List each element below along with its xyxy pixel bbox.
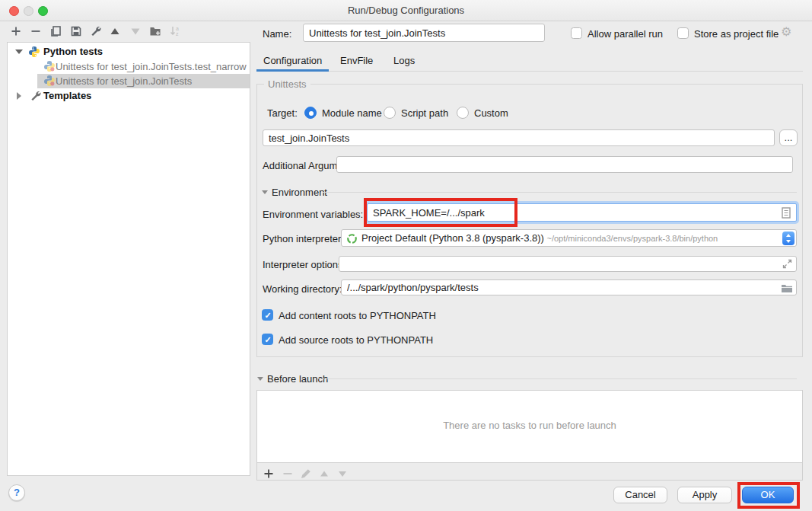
help-button[interactable]: ? — [8, 484, 25, 501]
environment-variables-value: SPARK_HOME=/.../spark — [373, 207, 485, 219]
edit-task-icon — [300, 468, 312, 480]
browse-button[interactable]: ... — [779, 129, 798, 146]
radio-script-path[interactable] — [384, 107, 396, 119]
before-launch-empty-text: There are no tasks to run before launch — [257, 420, 802, 431]
before-launch-task-list[interactable]: There are no tasks to run before launch — [257, 391, 802, 463]
edit-templates-icon[interactable] — [90, 25, 102, 37]
new-folder-icon[interactable] — [149, 25, 161, 37]
environment-variables-label: Environment variables: — [263, 209, 363, 220]
python-test-icon — [43, 75, 56, 87]
configurations-tree: Python tests Unittests for test_join.Joi… — [7, 42, 250, 476]
add-source-roots-label: Add source roots to PYTHONPATH — [279, 334, 433, 346]
store-as-project-file-checkbox[interactable] — [677, 27, 689, 39]
environment-header-line — [323, 192, 797, 193]
radio-module-name-label: Module name — [322, 107, 382, 119]
svg-text:z: z — [176, 31, 179, 37]
add-source-roots-checkbox[interactable] — [262, 334, 273, 345]
module-name-input[interactable] — [263, 129, 775, 146]
window-title: Run/Debug Configurations — [0, 5, 812, 16]
copy-icon[interactable] — [49, 25, 62, 37]
interpreter-options-label: Interpreter options: — [263, 259, 345, 270]
move-up-icon[interactable] — [109, 25, 121, 37]
radio-custom[interactable] — [457, 107, 469, 119]
name-input[interactable] — [303, 24, 545, 42]
tree-item-label: Python tests — [43, 46, 103, 57]
python-interpreter-label: Python interpreter: — [263, 233, 344, 244]
python-icon — [28, 46, 40, 58]
before-launch-collapse-icon[interactable] — [257, 377, 263, 381]
remove-icon[interactable] — [30, 25, 42, 37]
active-tab-underline — [256, 69, 329, 72]
tree-item-label: Unittests for test_join.JoinTests — [56, 75, 192, 87]
python-interpreter-value: Project Default (Python 3.8 (pyspark-3.8… — [361, 232, 544, 244]
move-down-icon — [129, 25, 142, 37]
gear-icon[interactable]: ⚙ — [781, 24, 791, 39]
python-interpreter-path: ~/opt/miniconda3/envs/pyspark-3.8/bin/py… — [547, 234, 718, 243]
environment-header: Environment — [272, 187, 327, 198]
before-launch-header-line — [318, 378, 797, 379]
working-directory-input[interactable] — [341, 279, 797, 295]
before-launch-panel: There are no tasks to run before launch — [256, 390, 803, 481]
collapse-caret-icon[interactable] — [15, 50, 23, 54]
python-interpreter-select[interactable]: Project Default (Python 3.8 (pyspark-3.8… — [341, 229, 797, 247]
ok-button[interactable]: OK — [742, 487, 794, 503]
tree-item-unittests-jointests[interactable]: Unittests for test_join.JoinTests — [8, 74, 250, 88]
radio-script-path-label: Script path — [401, 107, 448, 119]
run-debug-configurations-dialog: Run/Debug Configurations az Python tests — [0, 0, 812, 511]
radio-custom-label: Custom — [474, 107, 508, 119]
add-content-roots-label: Add content roots to PYTHONPATH — [279, 310, 436, 321]
additional-arguments-input[interactable] — [336, 156, 793, 173]
tree-item-templates[interactable]: Templates — [8, 88, 250, 104]
templates-wrench-icon — [30, 90, 42, 102]
sort-alphabetically-icon: az — [169, 25, 181, 37]
add-content-roots-checkbox[interactable] — [262, 309, 273, 321]
select-stepper-icon[interactable] — [782, 232, 794, 245]
add-task-icon[interactable] — [263, 468, 275, 480]
expand-editor-icon[interactable] — [782, 259, 792, 269]
title-bar: Run/Debug Configurations — [0, 0, 812, 21]
save-icon[interactable] — [70, 25, 82, 37]
target-label: Target: — [267, 107, 298, 119]
radio-module-name[interactable] — [304, 107, 317, 119]
allow-parallel-run-checkbox[interactable] — [571, 27, 582, 39]
tree-item-unittests-test-narrow[interactable]: Unittests for test_join.JoinTests.test_n… — [8, 59, 250, 74]
python-test-icon — [43, 60, 56, 72]
tab-envfile[interactable]: EnvFile — [340, 55, 373, 66]
allow-parallel-run-label: Allow parallel run — [588, 28, 663, 40]
apply-button[interactable]: Apply — [677, 487, 732, 503]
store-as-project-file-label: Store as project file — [694, 28, 779, 40]
tree-item-label: Unittests for test_join.JoinTests.test_n… — [56, 61, 247, 72]
remove-task-icon — [282, 468, 294, 480]
tab-configuration[interactable]: Configuration — [263, 55, 322, 66]
name-label: Name: — [263, 28, 291, 40]
add-icon[interactable] — [10, 25, 22, 37]
paste-variables-icon[interactable] — [782, 207, 791, 219]
move-task-up-icon — [318, 468, 330, 480]
environment-variables-input[interactable]: SPARK_HOME=/.../spark — [367, 203, 797, 222]
working-directory-label: Working directory: — [263, 283, 342, 295]
browse-folder-icon[interactable] — [781, 283, 793, 293]
expand-caret-icon[interactable] — [17, 92, 21, 100]
cancel-button[interactable]: Cancel — [613, 487, 667, 503]
conda-environment-icon — [346, 233, 358, 244]
tree-item-python-tests[interactable]: Python tests — [8, 44, 250, 59]
environment-collapse-icon[interactable] — [262, 190, 268, 194]
tab-bar: Configuration EnvFile Logs — [256, 50, 803, 72]
move-task-down-icon — [336, 468, 349, 480]
unittests-section-title: Unittests — [264, 78, 310, 90]
tree-item-label: Templates — [43, 90, 91, 101]
svg-text:a: a — [176, 26, 179, 31]
tab-logs[interactable]: Logs — [393, 55, 415, 66]
interpreter-options-input[interactable] — [339, 256, 797, 272]
